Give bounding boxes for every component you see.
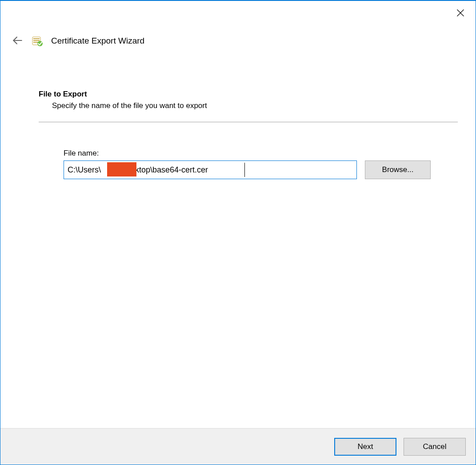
certificate-wizard-icon (32, 35, 43, 47)
close-icon (456, 8, 465, 19)
file-name-block: File name: Browse... (64, 149, 458, 179)
title-row: Certificate Export Wizard (11, 35, 144, 47)
section-heading: File to Export (39, 90, 458, 99)
wizard-content: File to Export Specify the name of the f… (0, 50, 476, 428)
file-name-row: Browse... (64, 160, 458, 179)
section-divider (39, 122, 458, 122)
wizard-title: Certificate Export Wizard (51, 36, 144, 46)
svg-rect-4 (33, 38, 40, 39)
cancel-button[interactable]: Cancel (404, 438, 466, 456)
wizard-footer: Next Cancel (0, 428, 476, 465)
wizard-header: Certificate Export Wizard (0, 1, 476, 50)
browse-button[interactable]: Browse... (365, 160, 431, 179)
section-description: Specify the name of the file you want to… (52, 101, 458, 110)
svg-rect-6 (33, 42, 38, 43)
back-button[interactable] (11, 35, 24, 47)
file-name-input-wrap (64, 160, 357, 179)
close-button[interactable] (451, 5, 470, 21)
file-name-label: File name: (64, 149, 458, 158)
svg-rect-5 (33, 40, 40, 41)
text-caret (244, 163, 245, 177)
wizard-window: Certificate Export Wizard File to Export… (0, 0, 476, 465)
arrow-left-icon (12, 35, 23, 48)
redacted-block (107, 162, 136, 176)
next-button[interactable]: Next (334, 438, 396, 456)
